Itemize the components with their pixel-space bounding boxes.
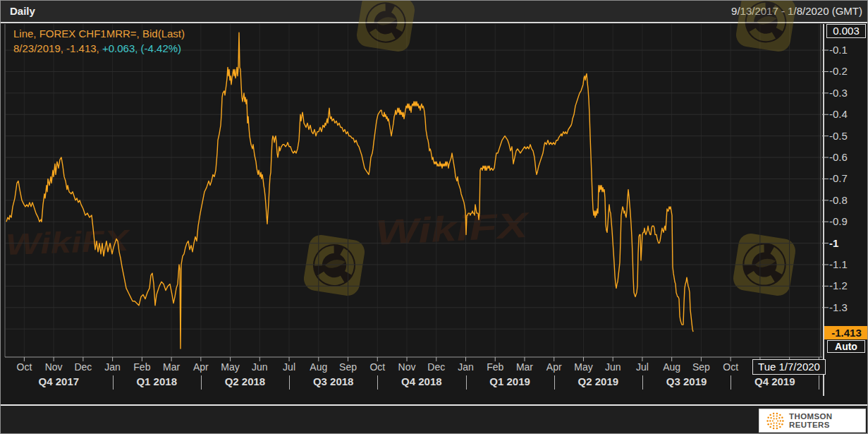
legend-cursor-readout: 8/23/2019, -1.413, +0.063, (-4.42%) [13,41,185,56]
legend-cursor-date-value: 8/23/2019, -1.413, [13,42,102,54]
chart-window: Daily 9/13/2017 - 1/8/2020 (GMT) WikiFX … [0,0,868,434]
month-label: Apr [193,361,209,373]
quarter-label: Q3 2018 [313,375,354,387]
quarter-separator [554,375,555,390]
quarter-label: Q3 2019 [666,375,707,387]
month-label: Oct [723,361,738,373]
quarter-label: Q4 2019 [754,375,795,387]
y-axis-tick-label: -0.8 [829,194,848,206]
month-label: Apr [546,361,562,373]
y-axis-tick-label: -0.3 [829,87,848,99]
price-line [6,32,693,349]
quarter-label: Q4 2017 [39,375,80,387]
y-axis-tick-label: -1.1 [829,258,848,270]
y-axis-tick-label: -0.5 [829,130,848,142]
quarter-label: Q1 2018 [136,375,177,387]
month-label: Sep [692,361,710,373]
month-label: Mar [163,361,180,373]
quarter-separator [466,375,467,390]
y-axis-tick-label: -1.3 [829,301,848,313]
month-label: Dec [74,361,92,373]
y-axis-tick-label: -0.1 [829,44,848,56]
thomson-reuters-wordmark: THOMSON REUTERS [789,412,865,429]
y-axis-tick-label: -0.7 [829,172,848,184]
month-label: Sep [339,361,357,373]
month-label: Aug [310,361,327,373]
month-label: Feb [487,361,503,373]
month-label: Jun [252,361,268,373]
panel-bottom-divider [1,404,867,406]
y-axis-tick-label: -0.6 [829,151,848,163]
thomson-reuters-logo-icon [766,411,785,430]
x-axis-end-date-box[interactable]: Tue 1/7/2020 [752,359,826,375]
month-label: Oct [17,361,32,373]
month-label: Feb [133,361,150,373]
quarter-separator [377,375,378,390]
quarter-separator [731,375,731,390]
date-range-label: 9/13/2017 - 1/8/2020 (GMT) [731,5,862,17]
y-axis-tick-label: -1.2 [829,279,848,291]
quarter-separator [642,375,643,390]
month-label: May [574,361,592,373]
thomson-reuters-badge: THOMSON REUTERS [759,409,866,433]
y-axis-last-value-box: -1.413 [824,326,868,339]
quarter-separator [113,375,114,390]
legend-cursor-change: +0.063, (-4.42%) [102,42,181,54]
month-label: Jul [636,361,649,373]
legend: Line, FOREX CHF1MRR=, Bid(Last) 8/23/201… [13,26,185,56]
quarter-label: Q2 2018 [225,375,266,387]
quarter-separator [289,375,290,390]
month-label: Jul [283,361,295,373]
legend-series-label: Line, FOREX CHF1MRR=, Bid(Last) [13,26,185,41]
month-label: May [221,361,239,373]
month-label: Dec [427,361,445,373]
month-label: Jan [104,361,121,373]
month-label: Oct [369,361,385,373]
header-divider [1,22,867,23]
month-label: Jun [605,361,621,373]
month-label: Nov [398,361,416,373]
month-label: Nov [45,361,63,373]
quarter-label: Q1 2019 [489,375,530,387]
y-axis-tick-label: -0.9 [829,215,848,227]
month-label: Jan [458,361,474,373]
month-label: Aug [663,361,680,373]
y-axis-tick-label: -0.2 [829,65,848,77]
header-bar: Daily 9/13/2017 - 1/8/2020 (GMT) [1,1,867,22]
y-axis-high-box: 0.003 [826,24,866,38]
quarter-label: Q2 2019 [578,375,619,387]
quarter-label: Q4 2018 [401,375,442,387]
page-title: Daily [10,5,35,17]
y-axis-tick-label: -1 [829,237,838,249]
auto-scale-button[interactable]: Auto [827,340,865,353]
quarter-separator [819,375,819,390]
y-axis-tick-label: -0.4 [829,108,848,120]
quarter-separator [201,375,202,390]
month-label: Mar [516,361,533,373]
